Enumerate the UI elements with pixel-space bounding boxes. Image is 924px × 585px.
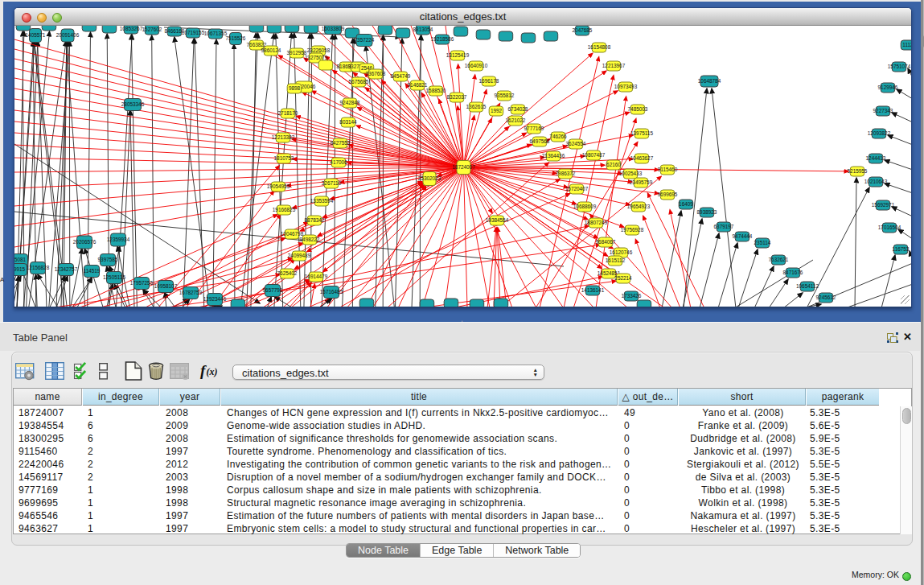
svg-text:18724007: 18724007 bbox=[452, 164, 475, 170]
svg-text:9227343: 9227343 bbox=[873, 108, 893, 113]
svg-text:15720407: 15720407 bbox=[565, 186, 589, 192]
svg-text:8322037: 8322037 bbox=[447, 94, 467, 100]
svg-text:2718170: 2718170 bbox=[278, 110, 298, 116]
svg-text:16914479: 16914479 bbox=[305, 274, 328, 279]
svg-text:116753: 116753 bbox=[893, 246, 910, 252]
svg-text:9245612: 9245612 bbox=[816, 295, 836, 300]
svg-text:10025433: 10025433 bbox=[619, 171, 643, 176]
svg-text:12342757: 12342757 bbox=[55, 266, 78, 272]
svg-text:7485003: 7485003 bbox=[628, 106, 648, 112]
svg-text:13353594: 13353594 bbox=[310, 198, 334, 204]
svg-text:16640910: 16640910 bbox=[465, 63, 488, 68]
svg-text:16154808: 16154808 bbox=[588, 44, 611, 50]
svg-text:18807249: 18807249 bbox=[585, 220, 608, 225]
svg-text:9898: 9898 bbox=[289, 85, 301, 91]
svg-text:10671355: 10671355 bbox=[204, 31, 228, 36]
svg-text:3624554: 3624554 bbox=[566, 141, 586, 146]
svg-text:10463627: 10463627 bbox=[630, 155, 654, 161]
svg-text:2367608: 2367608 bbox=[366, 71, 386, 76]
svg-text:235114: 235114 bbox=[754, 240, 771, 245]
svg-text:8427552: 8427552 bbox=[331, 140, 351, 146]
svg-text:19218586: 19218586 bbox=[431, 36, 454, 42]
svg-text:10719155: 10719155 bbox=[182, 30, 205, 35]
svg-text:9474444: 9474444 bbox=[733, 233, 753, 239]
svg-text:12359934: 12359934 bbox=[107, 237, 130, 242]
svg-text:1615112: 1615112 bbox=[606, 257, 626, 263]
svg-text:1810753: 1810753 bbox=[274, 155, 294, 161]
svg-text:7663822: 7663822 bbox=[247, 42, 267, 47]
svg-text:9397585: 9397585 bbox=[98, 257, 118, 262]
svg-text:1244413: 1244413 bbox=[866, 155, 886, 161]
svg-text:13975115: 13975115 bbox=[630, 130, 653, 136]
svg-text:16120746: 16120746 bbox=[610, 249, 633, 255]
svg-text:9146821: 9146821 bbox=[408, 82, 428, 88]
svg-text:1992: 1992 bbox=[491, 108, 503, 113]
svg-text:9115460: 9115460 bbox=[658, 167, 678, 172]
svg-text:10973493: 10973493 bbox=[614, 84, 638, 89]
svg-text:19654923: 19654923 bbox=[627, 204, 651, 209]
svg-text:24099489: 24099489 bbox=[288, 253, 311, 258]
svg-text:1112: 1112 bbox=[902, 42, 911, 47]
svg-text:19384554: 19384554 bbox=[486, 217, 509, 223]
svg-text:17957255: 17957255 bbox=[130, 280, 154, 286]
svg-text:20091406: 20091406 bbox=[56, 32, 80, 38]
svg-text:15751074: 15751074 bbox=[888, 64, 911, 69]
svg-text:1362615: 1362615 bbox=[466, 104, 487, 109]
svg-text:10648784: 10648784 bbox=[698, 78, 721, 84]
svg-text:5675685: 5675685 bbox=[349, 79, 369, 84]
svg-text:6379197: 6379197 bbox=[714, 224, 734, 229]
svg-text:12505115: 12505115 bbox=[103, 274, 125, 280]
svg-text:14136141: 14136141 bbox=[581, 287, 605, 293]
svg-text:23226058: 23226058 bbox=[307, 47, 331, 53]
svg-text:8878342: 8878342 bbox=[305, 217, 325, 223]
svg-text:7357224: 7357224 bbox=[355, 37, 375, 43]
svg-text:12093822: 12093822 bbox=[868, 130, 891, 136]
svg-text:10853267: 10853267 bbox=[120, 26, 143, 31]
svg-text:12213382: 12213382 bbox=[272, 134, 295, 140]
svg-text:7625402: 7625402 bbox=[277, 270, 298, 276]
svg-text:8813054: 8813054 bbox=[413, 27, 433, 32]
svg-text:1588520: 1588520 bbox=[426, 88, 446, 93]
svg-text:23275079: 23275079 bbox=[305, 55, 328, 60]
svg-text:7986372: 7986372 bbox=[556, 171, 576, 176]
svg-text:8938923: 8938923 bbox=[697, 209, 717, 215]
svg-text:21364436: 21364436 bbox=[542, 153, 565, 159]
svg-text:9355812: 9355812 bbox=[495, 93, 515, 98]
svg-text:12156828: 12156828 bbox=[27, 265, 50, 270]
svg-text:6734028: 6734028 bbox=[508, 106, 528, 112]
svg-text:7515526: 7515526 bbox=[226, 35, 246, 41]
svg-text:1621022: 1621022 bbox=[506, 117, 526, 123]
svg-text:16033809: 16033809 bbox=[322, 26, 345, 31]
svg-text:1696178: 1696178 bbox=[479, 78, 499, 84]
svg-text:9777169: 9777169 bbox=[524, 126, 544, 131]
svg-text:114519: 114519 bbox=[84, 268, 101, 274]
svg-text:746266: 746266 bbox=[549, 134, 567, 139]
svg-text:25302023: 25302023 bbox=[418, 175, 441, 181]
svg-text:62160: 62160 bbox=[606, 162, 621, 167]
svg-text:12213967: 12213967 bbox=[602, 63, 626, 68]
svg-text:9915: 9915 bbox=[14, 266, 26, 272]
svg-text:9129946: 9129946 bbox=[878, 84, 898, 90]
svg-text:252214: 252214 bbox=[614, 275, 632, 281]
svg-text:9498222: 9498222 bbox=[300, 237, 320, 242]
svg-text:10046798: 10046798 bbox=[281, 231, 304, 237]
svg-text:8454749: 8454749 bbox=[391, 73, 411, 79]
svg-text:23495759: 23495759 bbox=[630, 179, 653, 185]
svg-text:13125419: 13125419 bbox=[446, 52, 470, 58]
svg-text:(x): (x) bbox=[207, 366, 218, 377]
svg-text:5081: 5081 bbox=[14, 257, 27, 262]
svg-text:1527602: 1527602 bbox=[142, 27, 162, 32]
svg-text:1405571: 1405571 bbox=[26, 32, 46, 38]
svg-text:10688609: 10688609 bbox=[573, 204, 597, 209]
svg-text:28053346: 28053346 bbox=[121, 101, 145, 107]
svg-text:3267110: 3267110 bbox=[322, 180, 342, 186]
svg-text:10210643: 10210643 bbox=[864, 179, 888, 184]
svg-text:9699695: 9699695 bbox=[658, 192, 678, 197]
svg-text:15716485: 15716485 bbox=[320, 289, 343, 295]
svg-text:20206576: 20206576 bbox=[73, 239, 97, 245]
svg-text:10654112: 10654112 bbox=[796, 283, 819, 289]
svg-text:6497568: 6497568 bbox=[530, 138, 550, 144]
svg-text:1733426: 1733426 bbox=[622, 293, 642, 299]
svg-text:10807487: 10807487 bbox=[582, 152, 606, 158]
svg-text:16782759: 16782759 bbox=[179, 290, 203, 295]
